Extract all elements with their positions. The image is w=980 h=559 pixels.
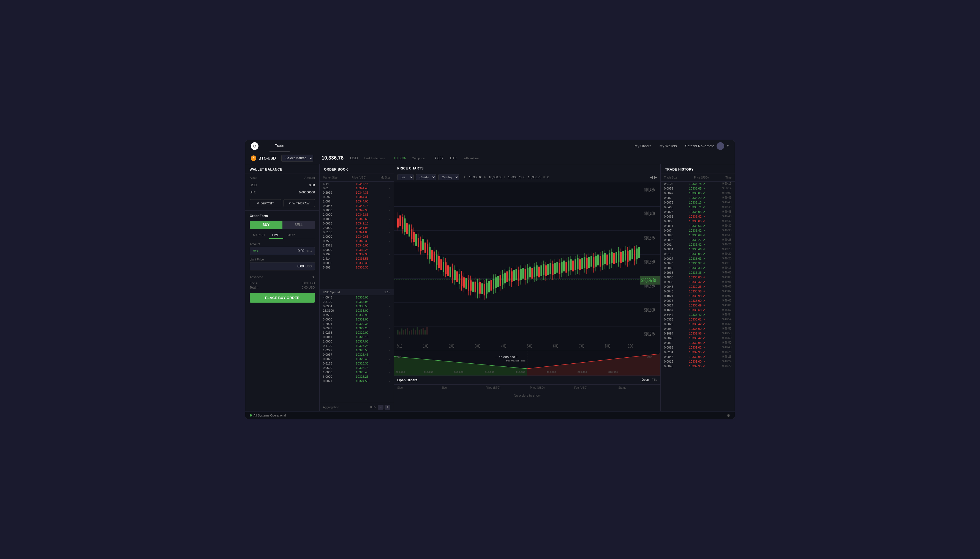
nav-tab-trade[interactable]: Trade [270, 140, 290, 152]
oo-tab-open[interactable]: Open [642, 378, 649, 382]
ob-sell-row: 3.000010339.25- [320, 248, 394, 252]
market-selector[interactable]: Select Market [281, 155, 313, 162]
wallet-amount-usd: 0.00 [309, 184, 315, 187]
aggregation-decrease-button[interactable]: − [378, 405, 383, 410]
svg-rect-146 [513, 270, 515, 281]
nav-right: My Orders My Wallets Satoshi Nakamoto ▼ [635, 142, 729, 150]
limit-price-label: Limit Price [250, 258, 315, 261]
timeframe-selector[interactable]: 5m 1m 15m 1h 1d [397, 174, 414, 180]
order-type-market[interactable]: MARKET [250, 232, 269, 239]
user-area[interactable]: Satoshi Nakamoto ▼ [685, 142, 729, 150]
trade-row: 0.004610338.98 ↗9:49:02 [661, 289, 735, 294]
oo-tab-fills[interactable]: Fills [652, 378, 657, 382]
limit-price-input-row: USD [250, 262, 315, 270]
order-type-limit[interactable]: LIMIT [269, 232, 283, 239]
buy-tab[interactable]: BUY [250, 221, 282, 229]
place-order-button[interactable]: PLACE BUY ORDER [250, 293, 315, 303]
svg-rect-240 [620, 252, 622, 263]
svg-rect-66 [422, 239, 424, 250]
svg-rect-35 [413, 329, 414, 334]
ob-header-my-size: My Size [380, 176, 390, 179]
svg-rect-72 [429, 247, 431, 260]
chart-prev-button[interactable]: ◀ [650, 175, 653, 179]
svg-rect-44 [397, 218, 399, 228]
amount-label: Amount [250, 242, 315, 246]
trade-row: 0.00110336.42 ↗9:49:26 [661, 242, 735, 247]
wallet-row-btc: BTC 0.00000000 [245, 189, 319, 196]
ob-sell-row: 1.437110340.00- [320, 243, 394, 248]
my-wallets-link[interactable]: My Wallets [660, 144, 677, 148]
ob-sell-row: 2.000010342.85- [320, 212, 394, 217]
svg-rect-40 [423, 328, 424, 334]
amount-input[interactable] [258, 247, 304, 255]
svg-rect-37 [417, 327, 418, 334]
depth-chart-area[interactable]: $10,180 $10,230 $10,280 $10,330 $10,380 … [394, 351, 660, 375]
svg-rect-116 [479, 282, 481, 294]
chart-type-selector[interactable]: Candle Line [416, 174, 436, 180]
ob-buy-row: 2.510010334.95- [320, 299, 394, 304]
limit-price-form-group: Limit Price USD [250, 258, 315, 270]
aggregation-increase-button[interactable]: + [385, 405, 390, 410]
svg-rect-206 [581, 258, 583, 269]
svg-text:8:00: 8:00 [605, 343, 610, 349]
svg-rect-148 [516, 269, 517, 280]
ob-sell-row: 3.1410344.45- [320, 182, 394, 186]
settings-icon[interactable]: ⚙ [727, 413, 730, 418]
advanced-chevron-icon: ▼ [312, 275, 315, 279]
trade-row: 0.002310338.05 ↗9:49:48 [661, 210, 735, 214]
svg-rect-218 [595, 256, 597, 266]
order-type-tabs: MARKET LIMIT STOP [250, 232, 315, 239]
ohlc-high-label: H: [484, 175, 487, 179]
aggregation-value: 0.05 [370, 405, 376, 409]
svg-rect-42 [426, 327, 428, 334]
ob-buy-row: 0.616810326.30- [320, 361, 394, 366]
price-chart-area[interactable]: $10,425 $10,400 $10,375 $10,350 $10,325 … [394, 182, 660, 351]
overlay-selector[interactable]: Overlay [438, 174, 459, 180]
svg-rect-46 [400, 215, 401, 226]
limit-price-input[interactable] [253, 263, 304, 270]
app-logo[interactable]: C [251, 142, 259, 150]
svg-rect-162 [531, 268, 533, 278]
svg-rect-74 [431, 250, 433, 261]
trade-history-panel: Trade History Trade Size Price (USD) Tim… [660, 164, 735, 411]
svg-rect-130 [495, 277, 497, 288]
svg-rect-52 [406, 223, 408, 234]
wallet-header-amount: Amount [305, 176, 315, 179]
ob-sell-row: 0.610010341.80- [320, 230, 394, 234]
svg-rect-208 [584, 257, 585, 268]
ob-buy-row: 1.000010327.95- [320, 339, 394, 344]
svg-rect-152 [520, 269, 522, 280]
svg-rect-150 [518, 270, 519, 281]
trade-row: 0.009310336.27 ↗9:49:28 [661, 238, 735, 242]
svg-rect-158 [527, 268, 529, 278]
chevron-down-icon: ▼ [726, 144, 729, 147]
svg-rect-224 [602, 255, 604, 265]
volume-24h: 7,867 [434, 156, 443, 160]
my-orders-link[interactable]: My Orders [635, 144, 651, 148]
ob-sell-row: 0.004710343.75- [320, 203, 394, 208]
sell-tab[interactable]: SELL [282, 221, 315, 229]
deposit-button[interactable]: ⊕ DEPOSIT [250, 199, 281, 207]
svg-rect-156 [525, 269, 526, 280]
svg-text:$10,425: $10,425 [644, 187, 655, 192]
chart-next-button[interactable]: ▶ [654, 175, 657, 179]
svg-rect-188 [561, 262, 563, 273]
svg-rect-190 [563, 261, 565, 271]
wallet-header-asset: Asset [250, 176, 257, 179]
trade-row: 0.00110332.95 ↗9:48:50 [661, 341, 735, 345]
ohlc-close-label: C: [523, 175, 526, 179]
order-type-stop[interactable]: STOP [283, 232, 298, 239]
advanced-label: Advanced [250, 275, 263, 279]
withdraw-button[interactable]: ⊖ WITHDRAW [284, 199, 315, 207]
svg-rect-172 [543, 264, 544, 275]
ob-buy-row: 1.000010325.45- [320, 370, 394, 374]
ob-sell-row: 2.000010341.95- [320, 226, 394, 230]
trade-row: 0.095210338.05 ↗9:50:14 [661, 186, 735, 191]
svg-rect-118 [481, 283, 483, 294]
advanced-row[interactable]: Advanced ▼ [250, 273, 315, 281]
max-label[interactable]: Max [253, 250, 258, 253]
svg-rect-142 [509, 270, 511, 281]
svg-text:$10,430: $10,430 [547, 371, 556, 373]
svg-rect-134 [500, 275, 501, 286]
trade-row: 0.035310333.01 ↗9:48:54 [661, 317, 735, 322]
